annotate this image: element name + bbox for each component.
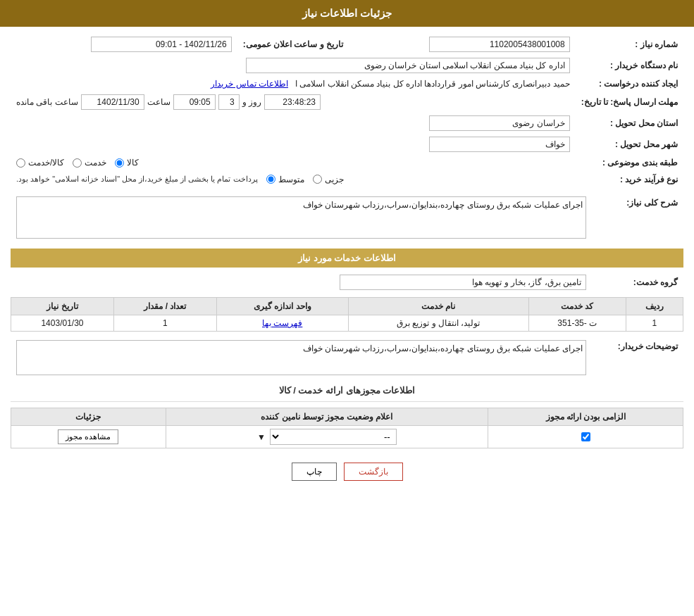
khadamat-section-header: اطلاعات خدمات مورد نیاز: [11, 249, 683, 268]
elzami-checkbox[interactable]: [581, 432, 590, 441]
bottom-buttons: بازگشت چاپ: [11, 463, 683, 481]
dropdown-icon: ▼: [257, 432, 266, 442]
namDasgah-label: نام دستگاه خریدار :: [576, 55, 683, 76]
vaziat-select[interactable]: --: [270, 429, 397, 445]
back-button[interactable]: بازگشت: [344, 463, 403, 481]
shahrTahvil-value: خواف: [429, 137, 570, 152]
col-tedad: تعداد / مقدار: [113, 298, 216, 315]
iadKonande-value: حمید دبیرانصاری کارشناس امور قراردادها ا…: [295, 79, 570, 89]
tarikhElan-label: تاریخ و ساعت اعلان عمومی:: [237, 34, 349, 55]
permit-cell-joziyat: مشاهده مجوز: [11, 426, 166, 448]
mohlat-label: مهلت ارسال پاسخ: تا تاریخ:: [576, 92, 683, 113]
ostanTahvil-label: استان محل تحویل :: [576, 113, 683, 134]
print-button[interactable]: چاپ: [292, 463, 337, 481]
header-title: جزئیات اطلاعات نیاز: [302, 7, 392, 19]
description-label: توضیحات خریدار:: [592, 337, 683, 378]
tabaqe-kala[interactable]: کالا: [115, 158, 139, 168]
cell-radif: 1: [626, 315, 683, 332]
description-value: اجرای عملیات شبکه برق روستای چهارده،بندا…: [16, 340, 586, 375]
mojavez-section-title: اطلاعات مجوزهای ارائه خدمت / کالا: [279, 385, 416, 396]
permit-cell-elzami: [488, 426, 683, 448]
sharh-label: شرح کلی نیاز:: [592, 194, 683, 241]
farayand-label: نوع فرآیند خرید :: [576, 170, 683, 188]
tabaqe-khadamat[interactable]: خدمت: [73, 158, 106, 168]
view-permit-button[interactable]: مشاهده مجوز: [58, 429, 118, 444]
permit-cell-vaziat: -- ▼: [166, 426, 488, 448]
cell-name: تولید، انتقال و توزیع برق: [348, 315, 528, 332]
vahed-link[interactable]: فهرست بها: [262, 318, 302, 328]
table-row: 1 ت -35-351 تولید، انتقال و توزیع برق فه…: [11, 315, 683, 332]
tabaqe-label: طبقه بندی موضوعی :: [576, 155, 683, 170]
permit-row: -- ▼ مشاهده مجوز: [11, 426, 683, 448]
page-header: جزئیات اطلاعات نیاز: [0, 0, 694, 27]
permit-col-vaziat: اعلام وضعیت مجوز توسط نامین کننده: [166, 408, 488, 426]
time-value: 09:05: [173, 94, 216, 110]
remaining-time: 23:48:23: [264, 94, 321, 110]
tabaqe-kala-khadamat[interactable]: کالا/خدمت: [16, 158, 64, 168]
cell-tedad: 1: [113, 315, 216, 332]
gorohe-label: گروه خدمت:: [592, 272, 683, 293]
sharh-value: اجرای عملیات شبکه برق روستای چهارده،بندا…: [16, 196, 586, 239]
separator: [11, 401, 683, 402]
ostanTahvil-value: خراسان رضوی: [429, 115, 570, 131]
iadKonande-link[interactable]: اطلاعات تماس خریدار: [211, 79, 288, 89]
shomareNiaz-value: 1102005438001008: [429, 37, 570, 52]
date-value: 1402/11/30: [81, 94, 144, 110]
time-label: ساعت: [147, 97, 171, 107]
farayand-note: پرداخت تمام یا بخشی از مبلغ خرید،از محل …: [16, 173, 258, 185]
shomareNiaz-label: شماره نیاز :: [576, 34, 683, 55]
days-label: روز و: [242, 97, 261, 107]
shahrTahvil-label: شهر محل تحویل :: [576, 134, 683, 155]
col-tarikh: تاریخ نیاز: [11, 298, 114, 315]
iadKonande-label: ایجاد کننده درخواست :: [576, 76, 683, 92]
gorohe-value: تامین برق، گاز، بخار و تهویه هوا: [340, 275, 586, 290]
permit-table: الزامی بودن ارائه مجوز اعلام وضعیت مجوز …: [11, 408, 683, 448]
col-name: نام خدمت: [348, 298, 528, 315]
farayand-jozi[interactable]: جزیی: [313, 175, 344, 184]
col-kod: کد خدمت: [528, 298, 626, 315]
permit-col-elzami: الزامی بودن ارائه مجوز: [488, 408, 683, 426]
cell-tarikh: 1403/01/30: [11, 315, 114, 332]
khadamat-table: ردیف کد خدمت نام خدمت واحد اندازه گیری ت…: [11, 297, 683, 332]
namDasgah-value: اداره کل بنیاد مسکن انقلاب اسلامی استان …: [246, 58, 570, 73]
remaining-suffix: ساعت باقی مانده: [16, 97, 78, 107]
col-vahed: واحد اندازه گیری: [216, 298, 348, 315]
col-radif: ردیف: [626, 298, 683, 315]
farayand-motavaset[interactable]: متوسط: [266, 175, 304, 184]
days-value: 3: [218, 94, 240, 110]
cell-vahed: فهرست بها: [216, 315, 348, 332]
permit-col-joziyat: جزئیات: [11, 408, 166, 426]
cell-kod: ت -35-351: [528, 315, 626, 332]
tarikhElan-value: 1402/11/26 - 09:01: [91, 37, 232, 52]
